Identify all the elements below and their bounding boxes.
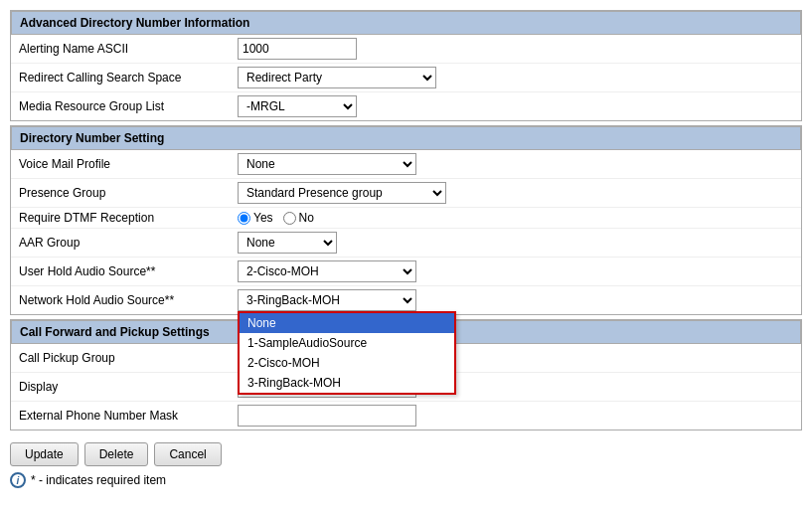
redirect-css-value: Redirect Party: [230, 64, 801, 92]
dropdown-option-cisco-moh[interactable]: 2-Cisco-MOH: [240, 353, 454, 373]
require-dtmf-yes-label[interactable]: Yes: [238, 211, 273, 225]
dropdown-option-sample[interactable]: 1-SampleAudioSource: [240, 333, 454, 353]
redirect-css-select[interactable]: Redirect Party: [238, 67, 436, 88]
network-hold-row: Network Hold Audio Source** None 1-Sampl…: [11, 286, 801, 315]
footnote: i * - indicates required item: [10, 472, 802, 488]
external-mask-label: External Phone Number Mask: [11, 402, 230, 430]
button-row: Update Delete Cancel: [10, 442, 802, 466]
dn-setting-table: Voice Mail Profile None Presence Group S…: [11, 150, 801, 314]
alerting-name-label: Alerting Name ASCII: [11, 35, 230, 64]
info-icon: i: [10, 472, 26, 488]
user-hold-value: None 1-SampleAudioSource 2-Cisco-MOH 3-R…: [230, 258, 801, 286]
advanced-dn-table: Alerting Name ASCII Redirect Calling Sea…: [11, 35, 801, 120]
aar-group-select[interactable]: None: [238, 232, 337, 254]
table-row: External Phone Number Mask: [11, 402, 801, 430]
update-button[interactable]: Update: [10, 442, 79, 466]
network-hold-select[interactable]: None 1-SampleAudioSource 2-Cisco-MOH 3-R…: [238, 289, 416, 311]
require-dtmf-no-radio[interactable]: [283, 212, 296, 225]
table-row: Redirect Calling Search Space Redirect P…: [11, 64, 801, 92]
require-dtmf-no-label[interactable]: No: [283, 211, 314, 225]
presence-group-select[interactable]: Standard Presence group: [238, 182, 446, 204]
require-dtmf-yes-radio[interactable]: [238, 212, 250, 225]
voice-mail-label: Voice Mail Profile: [11, 150, 230, 179]
presence-group-label: Presence Group: [11, 179, 230, 208]
footnote-text: * - indicates required item: [31, 473, 166, 487]
delete-button[interactable]: Delete: [84, 442, 149, 466]
dropdown-option-none[interactable]: None: [240, 313, 454, 333]
table-row: Presence Group Standard Presence group: [11, 179, 801, 208]
require-dtmf-value: Yes No: [230, 208, 801, 229]
redirect-css-label: Redirect Calling Search Space: [11, 64, 230, 92]
display-label: Display: [11, 373, 230, 402]
aar-group-label: AAR Group: [11, 229, 230, 258]
presence-group-value: Standard Presence group: [230, 179, 801, 208]
user-hold-select[interactable]: None 1-SampleAudioSource 2-Cisco-MOH 3-R…: [238, 260, 416, 282]
dropdown-option-ringback[interactable]: 3-RingBack-MOH: [240, 373, 454, 393]
network-hold-wrapper: None 1-SampleAudioSource 2-Cisco-MOH 3-R…: [238, 289, 416, 311]
page-container: Advanced Directory Number Information Al…: [10, 10, 802, 488]
external-mask-input[interactable]: [238, 405, 416, 427]
network-hold-label: Network Hold Audio Source**: [11, 286, 230, 315]
aar-group-value: None: [230, 229, 801, 258]
network-hold-dropdown: None 1-SampleAudioSource 2-Cisco-MOH 3-R…: [238, 311, 456, 395]
call-pickup-label: Call Pickup Group: [11, 344, 230, 373]
advanced-dn-section: Advanced Directory Number Information Al…: [10, 10, 802, 121]
user-hold-label: User Hold Audio Source**: [11, 258, 230, 286]
voice-mail-select[interactable]: None: [238, 153, 416, 175]
media-resource-label: Media Resource Group List: [11, 92, 230, 121]
table-row: User Hold Audio Source** None 1-SampleAu…: [11, 258, 801, 286]
require-dtmf-label: Require DTMF Reception: [11, 208, 230, 229]
voice-mail-value: None: [230, 150, 801, 179]
dn-setting-section: Directory Number Setting Voice Mail Prof…: [10, 125, 802, 315]
alerting-name-input[interactable]: [238, 38, 357, 60]
external-mask-value: [230, 402, 801, 430]
media-resource-select[interactable]: -MRGL: [238, 95, 357, 117]
cancel-button[interactable]: Cancel: [154, 442, 221, 466]
dn-setting-header: Directory Number Setting: [11, 126, 801, 150]
table-row: AAR Group None: [11, 229, 801, 258]
table-row: Media Resource Group List -MRGL: [11, 92, 801, 121]
table-row: Require DTMF Reception Yes No: [11, 208, 801, 229]
network-hold-value: None 1-SampleAudioSource 2-Cisco-MOH 3-R…: [230, 286, 801, 315]
table-row: Alerting Name ASCII: [11, 35, 801, 64]
alerting-name-value: [230, 35, 801, 64]
table-row: Voice Mail Profile None: [11, 150, 801, 179]
media-resource-value: -MRGL: [230, 92, 801, 121]
advanced-dn-header: Advanced Directory Number Information: [11, 11, 801, 35]
